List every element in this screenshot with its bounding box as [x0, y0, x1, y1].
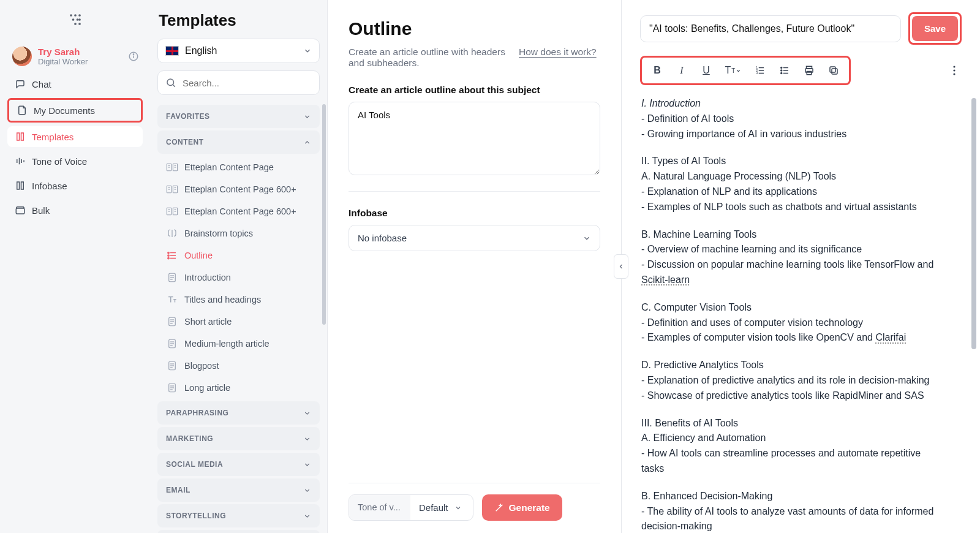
svg-point-41 — [168, 257, 169, 259]
bullet-list-button[interactable] — [778, 64, 791, 77]
output-line: - How AI tools can streamline processes … — [641, 446, 937, 477]
svg-rect-77 — [832, 69, 837, 74]
nav-label: My Documents — [34, 105, 95, 116]
template-item[interactable]: Long article — [157, 377, 320, 399]
template-item[interactable]: Blogpost — [157, 355, 320, 377]
templates-scrollbar[interactable] — [322, 104, 326, 325]
italic-button[interactable]: I — [675, 64, 688, 77]
help-link[interactable]: How does it work? — [519, 47, 597, 69]
subject-label: Create an article outline about this sub… — [349, 85, 600, 96]
output-line: - Growing importance of AI in various in… — [641, 127, 937, 142]
avatar — [12, 47, 32, 66]
category-favorites[interactable]: FAVORITES — [157, 105, 320, 128]
bold-button[interactable]: B — [650, 64, 664, 77]
user-card[interactable]: Try Sarah Digital Worker — [7, 43, 143, 70]
tone-select[interactable]: Tone of v... Default — [349, 494, 473, 521]
output-line: I. Introduction — [641, 96, 937, 112]
infobase-select[interactable]: No infobase — [349, 225, 600, 251]
template-item[interactable]: Introduction — [157, 266, 320, 289]
generate-label: Generate — [509, 502, 550, 513]
output-title-input[interactable] — [640, 15, 901, 42]
wand-icon — [494, 503, 504, 513]
language-select[interactable]: English — [157, 39, 320, 63]
svg-point-71 — [781, 67, 782, 69]
underline-button[interactable]: U — [699, 64, 713, 77]
divider — [349, 191, 600, 192]
text-size-button[interactable]: TT — [724, 64, 742, 77]
output-line: - Showcase of predictive analytics tools… — [641, 388, 937, 404]
info-icon[interactable] — [128, 51, 139, 62]
nav-tone-of-voice[interactable]: Tone of Voice — [7, 151, 143, 172]
app-logo — [7, 11, 143, 28]
generate-button[interactable]: Generate — [482, 494, 562, 521]
editor-panel: Outline Create an article outline with h… — [328, 0, 622, 533]
output-line: D. Predictive Analytics Tools — [641, 358, 937, 373]
svg-rect-15 — [16, 208, 24, 214]
svg-rect-78 — [830, 67, 835, 72]
category-business[interactable]: BUSINESS — [157, 530, 320, 533]
svg-point-1 — [74, 14, 77, 17]
template-item[interactable]: Brainstorm topics — [157, 222, 320, 244]
nav-label: Templates — [32, 132, 74, 142]
chevron-down-icon — [303, 435, 311, 443]
template-label: Etteplan Content Page 600+ — [184, 206, 296, 216]
output-line: - Overview of machine learning and its s… — [641, 242, 937, 257]
doc-icon — [17, 105, 28, 116]
nav-chat[interactable]: Chat — [7, 74, 143, 94]
template-item[interactable]: Etteplan Content Page 600+ — [157, 178, 320, 200]
nav-my-documents[interactable]: My Documents — [7, 98, 143, 123]
ordered-list-button[interactable]: 123 — [753, 64, 767, 77]
output-line: - Explanation of NLP and its application… — [641, 184, 937, 200]
template-search[interactable] — [157, 70, 320, 95]
svg-point-39 — [168, 252, 169, 253]
category-marketing[interactable]: MARKETING — [157, 427, 320, 450]
formatting-toolbar: B I U TT 123 — [640, 56, 851, 85]
template-item[interactable]: Titles and headings — [157, 289, 320, 311]
nav-bulk[interactable]: Bulk — [7, 200, 143, 221]
template-item[interactable]: Etteplan Content Page — [157, 156, 320, 178]
template-label: Introduction — [184, 273, 231, 282]
svg-point-4 — [76, 18, 78, 21]
chevron-down-icon — [303, 461, 311, 469]
tone-label: Tone of v... — [349, 495, 410, 520]
category-social-media[interactable]: SOCIAL MEDIA — [157, 453, 320, 476]
bulk-icon — [15, 205, 26, 216]
subject-input[interactable] — [349, 102, 600, 175]
chevron-down-icon — [454, 504, 462, 512]
svg-point-5 — [74, 23, 77, 25]
output-line: - Explanation of predictive analytics an… — [641, 373, 937, 388]
template-item[interactable]: Medium-length article — [157, 333, 320, 355]
output-scrollbar[interactable] — [971, 98, 976, 349]
nav-templates[interactable]: Templates — [7, 126, 143, 147]
template-item[interactable]: Outline — [157, 244, 320, 266]
more-button[interactable] — [947, 62, 962, 79]
templates-title: Templates — [155, 11, 322, 39]
save-button[interactable]: Save — [912, 16, 958, 41]
template-label: Outline — [184, 251, 213, 260]
category-paraphrasing[interactable]: PARAPHRASING — [157, 401, 320, 425]
user-role: Digital Worker — [38, 57, 88, 66]
template-item[interactable]: Etteplan Content Page 600+ — [157, 200, 320, 222]
chevron-up-icon — [303, 138, 311, 146]
category-email[interactable]: EMAIL — [157, 478, 320, 502]
nav-infobase[interactable]: Infobase — [7, 175, 143, 196]
search-input[interactable] — [183, 78, 312, 88]
chevron-down-icon — [303, 113, 311, 121]
print-button[interactable] — [802, 64, 816, 77]
template-icon — [166, 162, 178, 173]
collapse-handle[interactable] — [614, 254, 628, 279]
copy-button[interactable] — [827, 64, 840, 77]
template-item[interactable]: Short article — [157, 311, 320, 333]
output-panel: Save B I U TT 123 I. Introduction- Defin… — [622, 0, 980, 533]
category-list: FAVORITESCONTENTEtteplan Content PageEtt… — [155, 102, 322, 533]
category-storytelling[interactable]: STORYTELLING — [157, 504, 320, 527]
output-content[interactable]: I. Introduction- Definition of AI tools-… — [640, 91, 962, 533]
output-line: - Discussion on popular machine learning… — [641, 257, 937, 288]
category-content[interactable]: CONTENT — [157, 130, 320, 154]
svg-point-3 — [72, 18, 74, 21]
template-icon — [166, 272, 178, 283]
output-line: A. Natural Language Processing (NLP) Too… — [641, 169, 937, 184]
templates-panel: Templates English FAVORITESCONTENTEttepl… — [150, 0, 328, 533]
nav-label: Bulk — [32, 205, 50, 216]
template-label: Long article — [184, 383, 230, 393]
